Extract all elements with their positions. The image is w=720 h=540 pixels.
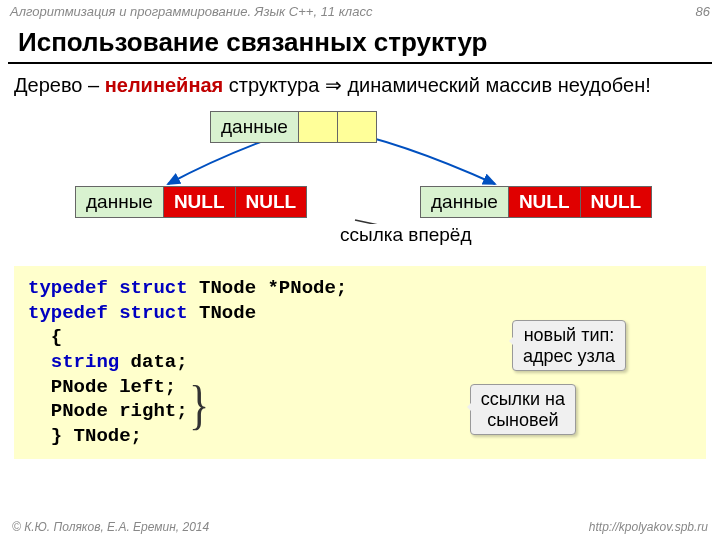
callout-new-type: новый тип: адрес узла [512,320,626,371]
txt: TNode [188,302,256,324]
right-null-r: NULL [581,187,652,217]
kw: typedef struct [28,277,188,299]
intro-highlight: нелинейная [105,74,224,96]
txt: data; [119,351,187,373]
intro-text: Дерево – нелинейная структура ⇒ динамиче… [0,64,720,106]
copyright: © К.Ю. Поляков, Е.А. Еремин, 2014 [12,520,209,534]
brace-icon: } [189,370,209,441]
code-line-6: PNode right; [28,399,692,424]
slide-footer: © К.Ю. Поляков, Е.А. Еремин, 2014 http:/… [0,520,720,534]
page-number: 86 [696,4,710,19]
left-null-l: NULL [164,187,236,217]
code-line-5: PNode left; [28,375,692,400]
txt: TNode *PNode; [188,277,348,299]
left-null-r: NULL [236,187,307,217]
right-child-node: данные NULL NULL [420,186,652,218]
right-null-l: NULL [509,187,581,217]
root-left-ptr [299,112,338,142]
footer-url: http://kpolyakov.spb.ru [589,520,708,534]
slide-header: Алгоритмизация и программирование. Язык … [0,0,720,23]
kw: typedef struct [28,302,188,324]
left-child-node: данные NULL NULL [75,186,307,218]
tree-diagram: данные данные NULL NULL данные NULL NULL… [0,106,720,266]
code-block: typedef struct TNode *PNode; typedef str… [14,266,706,459]
right-data: данные [421,187,509,217]
callout-child-links: ссылки на сыновей [470,384,576,435]
code-line-1: typedef struct TNode *PNode; [28,276,692,301]
course-title: Алгоритмизация и программирование. Язык … [10,4,372,19]
root-right-ptr [338,112,376,142]
intro-post: структура ⇒ динамический массив неудобен… [223,74,651,96]
forward-ref-label: ссылка вперёд [340,224,472,246]
left-data: данные [76,187,164,217]
kw: string [28,351,119,373]
page-title: Использование связанных структур [8,23,712,64]
root-node: данные [210,111,377,143]
root-data: данные [211,112,299,142]
code-line-7: } TNode; [28,424,692,449]
intro-pre: Дерево – [14,74,105,96]
